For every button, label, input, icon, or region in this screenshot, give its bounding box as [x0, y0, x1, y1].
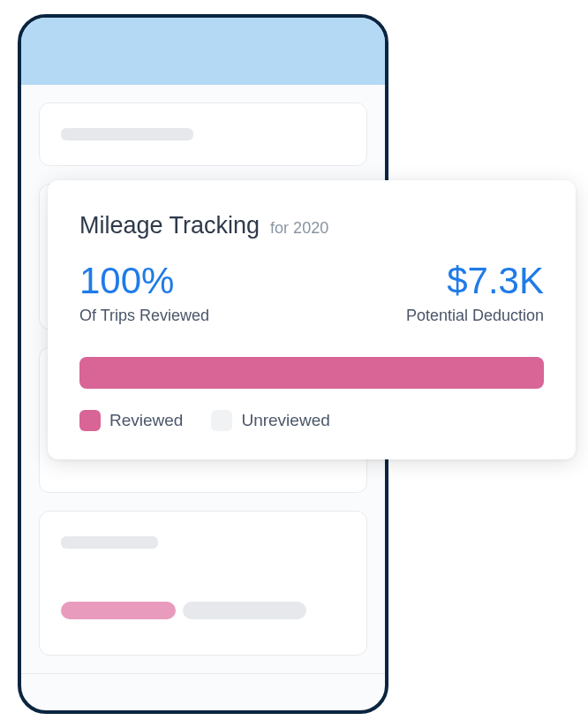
stat-value: 100% — [79, 261, 209, 301]
legend-item-reviewed: Reviewed — [79, 410, 183, 431]
skeleton-bar-filled — [61, 602, 176, 619]
legend-label: Reviewed — [109, 411, 183, 430]
stat-label: Of Trips Reviewed — [79, 307, 209, 325]
mileage-tracking-card: Mileage Tracking for 2020 100% Of Trips … — [48, 180, 576, 459]
legend-swatch-icon — [79, 410, 101, 431]
skeleton-placeholder — [61, 536, 158, 549]
divider — [21, 673, 385, 674]
stats-row: 100% Of Trips Reviewed $7.3K Potential D… — [79, 261, 544, 325]
skeleton-card — [39, 102, 367, 166]
legend-item-unreviewed: Unreviewed — [211, 410, 329, 431]
skeleton-placeholder — [61, 128, 193, 140]
stat-label: Potential Deduction — [406, 307, 544, 325]
skeleton-progress-row — [61, 602, 345, 619]
progress-bar — [79, 357, 544, 389]
stat-potential-deduction: $7.3K Potential Deduction — [406, 261, 544, 325]
legend-swatch-icon — [211, 410, 232, 431]
stat-trips-reviewed: 100% Of Trips Reviewed — [79, 261, 209, 325]
card-subtitle: for 2020 — [270, 219, 328, 238]
phone-header — [21, 18, 385, 85]
card-header: Mileage Tracking for 2020 — [79, 212, 544, 239]
stat-value: $7.3K — [447, 261, 544, 301]
skeleton-bar-empty — [183, 602, 306, 619]
legend-label: Unreviewed — [241, 411, 329, 430]
legend: Reviewed Unreviewed — [79, 410, 544, 431]
card-title: Mileage Tracking — [79, 212, 260, 239]
skeleton-card — [39, 511, 367, 656]
